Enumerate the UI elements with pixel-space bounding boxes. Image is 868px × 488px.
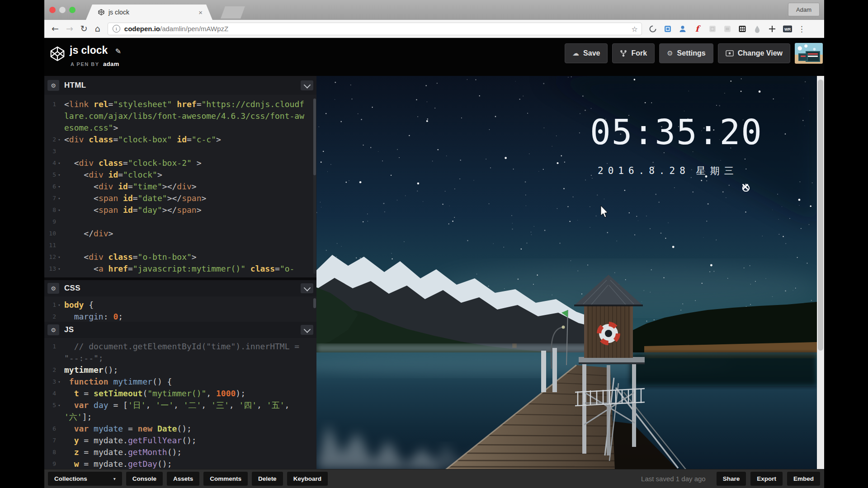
html-editor-scroll-thumb[interactable] [313, 99, 316, 175]
fold-caret-icon[interactable]: ▾ [56, 134, 62, 145]
shore-light [513, 344, 516, 347]
delete-button[interactable]: Delete [252, 472, 283, 486]
comments-button[interactable]: Comments [203, 472, 248, 486]
code-line: 6 var mydate = new Date(); [44, 423, 316, 435]
css-editor-scroll-thumb[interactable] [313, 298, 316, 308]
clock-weekday: 星期三 [696, 165, 738, 176]
save-button[interactable]: ☁ Save [565, 43, 608, 63]
collections-button[interactable]: Collections▾ [48, 472, 122, 486]
browser-tab[interactable]: js clock × [86, 5, 212, 20]
share-button[interactable]: Share [717, 472, 746, 486]
embed-button[interactable]: Embed [787, 472, 820, 486]
preview-pane[interactable]: 05:35:20 2016.8.28星期三 [316, 76, 817, 469]
code-line: 9 [44, 216, 316, 228]
fold-caret-icon[interactable]: ▾ [56, 263, 62, 275]
pen-author-link[interactable]: adam [103, 61, 119, 67]
sync-icon[interactable] [648, 24, 657, 33]
js-code-editor[interactable]: 1 // document.getElementById("time").inn… [44, 338, 316, 469]
fork-label: Fork [631, 49, 647, 57]
fold-caret-icon[interactable]: ▾ [56, 399, 62, 411]
header-actions: ☁ Save Fork ⚙ Settings Change View [565, 43, 823, 63]
fold-caret-icon[interactable]: ▾ [56, 192, 62, 204]
code-line: 8 z = mydate.getMonth(); [44, 446, 316, 458]
new-tab-button[interactable] [221, 6, 245, 19]
css-code-editor[interactable]: 1▾body {2 margin: 0; [44, 296, 316, 322]
tag-icon[interactable] [663, 24, 672, 33]
zoom-window-button[interactable] [69, 7, 75, 13]
fold-caret-icon[interactable]: ▾ [56, 376, 62, 388]
disabled-ext-icon[interactable] [708, 24, 717, 33]
html-code-editor[interactable]: 1<link rel="stylesheet" href="https://cd… [44, 95, 316, 277]
fork-button[interactable]: Fork [612, 43, 655, 63]
export-button[interactable]: Export [750, 472, 783, 486]
fold-caret-icon[interactable]: ▾ [56, 204, 62, 216]
letterboxed-stage: js clock × Adam ← → ↻ ⌂ i codepen.io/ada… [0, 0, 868, 488]
footer-right-group: Last saved 1 day ago ShareExportEmbed [641, 472, 820, 486]
keyboard-button[interactable]: Keyboard [287, 472, 328, 486]
font-script-icon[interactable]: f [693, 24, 702, 33]
pen-thumbnail[interactable] [795, 43, 823, 64]
bookmark-star-icon[interactable]: ☆ [631, 25, 637, 33]
thumbnail-screen-small [798, 53, 808, 61]
gear-icon: ⚙ [667, 50, 673, 57]
footer-left-buttons: Collections▾ConsoleAssetsCommentsDeleteK… [48, 472, 328, 486]
preview-scroll-thumb[interactable] [818, 80, 823, 351]
browser-menu-icon[interactable]: ⋮ [798, 24, 806, 33]
address-bar[interactable]: i codepen.io/adamlin/pen/mAWpzZ ☆ [108, 23, 642, 35]
reload-icon[interactable]: ↻ [80, 24, 88, 33]
fold-caret-icon[interactable]: ▾ [56, 181, 62, 192]
minimize-window-button[interactable] [59, 7, 66, 13]
close-window-button[interactable] [49, 7, 56, 13]
browser-profile-chip[interactable]: Adam [788, 3, 820, 16]
drop-icon[interactable] [753, 24, 762, 33]
disabled-ext-icon-2[interactable] [723, 24, 732, 33]
plus-icon[interactable] [768, 24, 777, 33]
css-settings-gear-icon[interactable]: ⚙ [47, 283, 59, 294]
settings-button[interactable]: ⚙ Settings [659, 43, 713, 63]
byline-prefix: A PEN BY [71, 61, 99, 67]
white-pillar-2 [552, 348, 557, 392]
js-settings-gear-icon[interactable]: ⚙ [47, 324, 59, 335]
close-tab-icon[interactable]: × [198, 9, 203, 16]
html-collapse-button[interactable] [301, 80, 313, 90]
change-view-label: Change View [738, 49, 783, 57]
fold-caret-icon[interactable]: ▾ [56, 251, 62, 263]
code-line: 5▾ var day = ['日', '一', '二', '三', '四', '… [44, 399, 316, 423]
fold-caret-icon[interactable]: ▾ [56, 157, 62, 169]
change-view-button[interactable]: Change View [718, 43, 790, 63]
code-line: 7▾ <span id="date"></span> [44, 192, 316, 204]
url-host: codepen.io [124, 25, 160, 33]
wr-badge[interactable]: WR [783, 24, 793, 33]
assets-button[interactable]: Assets [167, 472, 199, 486]
css-panel-header: ⚙ CSS [44, 280, 316, 296]
fold-caret-icon[interactable]: ▾ [56, 299, 62, 311]
js-panel-label: JS [64, 325, 74, 334]
fold-caret-icon[interactable]: ▾ [56, 169, 62, 181]
forward-icon[interactable]: → [66, 24, 73, 33]
caret-down-icon: ▾ [113, 476, 116, 481]
settings-label: Settings [677, 49, 706, 57]
html-panel-label: HTML [64, 81, 86, 90]
edit-title-pencil-icon[interactable]: ✎ [115, 47, 121, 56]
home-icon[interactable]: ⌂ [95, 24, 100, 33]
css-collapse-button[interactable] [301, 283, 313, 293]
film-icon[interactable] [738, 24, 747, 33]
code-line: 10 </div> [44, 228, 316, 239]
person-icon[interactable] [678, 24, 687, 33]
page-info-icon[interactable]: i [113, 25, 120, 33]
css-panel-label: CSS [64, 284, 80, 293]
codepen-logo-icon[interactable] [49, 45, 66, 62]
js-collapse-button[interactable] [301, 325, 313, 335]
cloud-icon: ☁ [572, 50, 579, 57]
preview-scrollbar[interactable] [817, 76, 824, 469]
code-line: 6▾ <div id="time"></div> [44, 181, 316, 192]
code-line: 7 y = mydate.getFullYear(); [44, 435, 316, 446]
code-line: 8▾ <span id="day"></span> [44, 204, 316, 216]
console-button[interactable]: Console [126, 472, 163, 486]
back-icon[interactable]: ← [52, 24, 59, 33]
close-x-icon[interactable] [742, 183, 749, 190]
chevron-down-icon [303, 284, 311, 291]
code-line: 1<link rel="stylesheet" href="https://cd… [44, 99, 316, 134]
html-settings-gear-icon[interactable]: ⚙ [47, 80, 59, 91]
code-line: 3 [44, 145, 316, 157]
